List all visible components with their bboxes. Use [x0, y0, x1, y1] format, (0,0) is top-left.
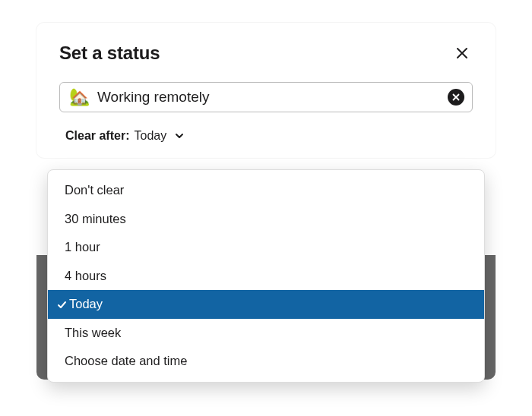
dropdown-option-label: 30 minutes	[65, 210, 126, 229]
dropdown-option[interactable]: Don't clear	[48, 176, 484, 205]
set-status-modal: Set a status 🏡 Clear after: Today	[36, 23, 496, 158]
modal-header: Set a status	[59, 43, 473, 64]
clear-status-button[interactable]	[448, 89, 464, 106]
dropdown-option-label: This week	[65, 323, 121, 343]
clear-icon	[452, 93, 460, 101]
check-icon	[55, 300, 68, 310]
clear-after-value: Today	[134, 129, 166, 143]
close-icon	[456, 47, 468, 59]
dropdown-option-label: Today	[69, 295, 103, 314]
dropdown-option-label: Don't clear	[65, 181, 124, 200]
dropdown-option-label: 1 hour	[65, 238, 100, 257]
dropdown-option-label: Choose date and time	[65, 351, 187, 371]
dropdown-option[interactable]: Choose date and time	[48, 347, 484, 376]
clear-after-label: Clear after:	[65, 129, 129, 143]
dropdown-option[interactable]: 4 hours	[48, 262, 484, 291]
clear-after-dropdown: Don't clear30 minutes1 hour4 hoursTodayT…	[47, 169, 485, 383]
status-text-input[interactable]	[97, 89, 440, 106]
clear-after-selector[interactable]: Clear after: Today	[59, 129, 185, 143]
dropdown-option[interactable]: This week	[48, 319, 484, 348]
chevron-down-icon	[174, 131, 185, 141]
dropdown-option-label: 4 hours	[65, 266, 106, 286]
dropdown-option[interactable]: 1 hour	[48, 233, 484, 262]
modal-title: Set a status	[59, 43, 160, 64]
status-input-row: 🏡	[59, 82, 473, 112]
dropdown-option[interactable]: Today	[48, 290, 484, 319]
close-button[interactable]	[451, 43, 473, 64]
dropdown-option[interactable]: 30 minutes	[48, 205, 484, 234]
status-emoji-picker[interactable]: 🏡	[69, 89, 90, 106]
